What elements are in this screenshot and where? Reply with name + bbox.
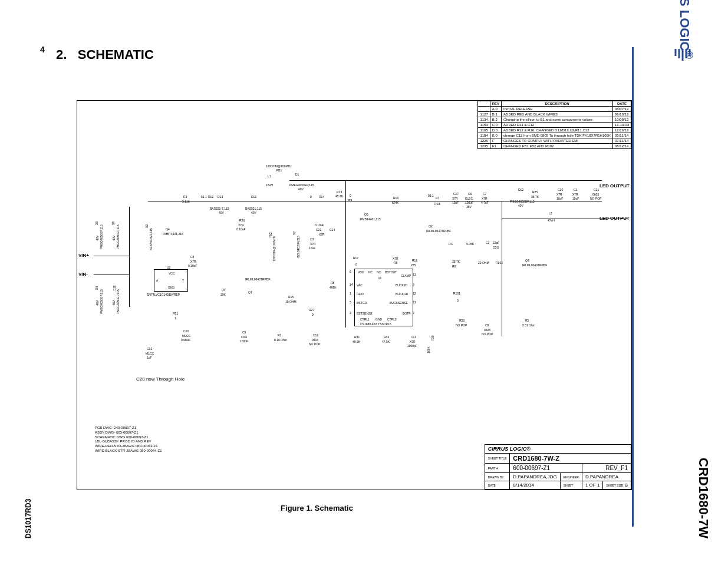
L1: L1	[268, 174, 271, 178]
U2v: SN74LVC1G14DBV/REP	[147, 293, 180, 296]
D8v: PMEG4050EP,115	[100, 224, 103, 249]
Q3: Q3	[525, 259, 529, 262]
R17: R17	[353, 256, 358, 260]
net-ledout-p: LED OUTPUT	[599, 183, 630, 189]
bom-notes: PCB DWG- 240-00697-Z1 ASSY DWG- 603-0069…	[95, 426, 162, 454]
section-title: SCHEMATIC	[78, 47, 154, 62]
C1v: X7R	[572, 193, 578, 196]
R2v: 0.51 Ohm	[522, 323, 535, 327]
C2v: 22pF	[493, 241, 499, 244]
R102: R102	[496, 261, 503, 265]
C21: C21	[316, 228, 321, 232]
R10: R10	[393, 196, 398, 200]
L2: L2	[549, 211, 552, 215]
tb-rev: REV_F1	[582, 464, 631, 473]
FB2: FB2	[269, 232, 272, 237]
C2: C2	[486, 241, 489, 244]
C9: C9	[242, 330, 246, 334]
C16: C16	[313, 333, 318, 337]
L1-val: 15uH	[266, 183, 273, 187]
C17: C17	[453, 192, 459, 196]
R9v: 0	[350, 194, 351, 197]
brand-reg: ®	[683, 51, 696, 59]
tb-title: CRD1680-7W-Z	[510, 454, 631, 464]
C1c: 10uF	[572, 197, 579, 200]
R31: R31	[354, 335, 360, 339]
R14v: 0	[310, 195, 312, 199]
R6v: 35.7K	[452, 260, 460, 263]
R30: R30	[431, 335, 434, 340]
net-vinn: VIN-	[78, 272, 88, 277]
R12v: 51.1	[201, 195, 207, 199]
D2: D2	[145, 224, 149, 228]
C10v: X7R	[556, 193, 562, 196]
C8c: NO POP	[482, 332, 493, 336]
D1-r: 40V	[298, 187, 304, 191]
U2: U2	[167, 266, 170, 269]
C21v: 0.10uF	[315, 223, 324, 227]
D10: D10	[113, 285, 116, 290]
tb-eng: D.PAPANDREA	[582, 473, 631, 481]
R32: R32	[384, 335, 389, 339]
D8r: 40V	[95, 236, 99, 241]
C9v: C0G	[241, 335, 247, 339]
D11v: BAS521,115	[245, 207, 262, 210]
page-number: 4	[40, 45, 45, 54]
R14: R14	[319, 195, 324, 199]
C16c: NO POP	[309, 342, 320, 346]
C13v: X7R	[410, 340, 416, 343]
C8: C8	[485, 323, 489, 327]
U2-y: Y	[182, 279, 184, 282]
R30v: 100K	[427, 346, 430, 353]
tb-size: B	[625, 482, 628, 488]
D1-val: PMEG4050EP,115	[289, 183, 314, 187]
Q2: Q2	[429, 224, 433, 228]
R4: R4	[222, 288, 225, 292]
R1v: 8.16 Ohm	[274, 338, 287, 342]
D13r: 40V	[219, 211, 224, 214]
R6: R6	[452, 265, 456, 268]
D6v: PMEG4050EP,115	[116, 224, 120, 249]
R25: R25	[532, 190, 538, 194]
D9: D9	[95, 286, 98, 290]
R5: R5	[394, 261, 397, 265]
R51v: 1	[174, 316, 176, 320]
R18: R18	[434, 202, 440, 206]
R51: R51	[173, 312, 178, 315]
R10v: 604K	[392, 201, 399, 204]
FB1-val: 120OHM@100MHz	[266, 164, 292, 168]
C10: C10	[558, 188, 563, 191]
D11: D11	[251, 195, 256, 199]
D2v: BZX84C8V2,115	[149, 228, 153, 250]
section-number: 2.	[56, 47, 67, 62]
net-vinp: VIN+	[78, 253, 89, 258]
C3v: X7R	[310, 242, 316, 246]
R16v: 255	[411, 263, 416, 267]
C14: C14	[330, 228, 335, 232]
tb-sheet: 1 OF 1	[582, 481, 602, 490]
R102v: 22 OHM	[478, 261, 489, 265]
C7c: 4.7uF	[481, 201, 489, 204]
D10r: 40V	[112, 300, 116, 306]
C6: C6	[468, 192, 472, 196]
C6v: ELEC	[465, 197, 473, 200]
R16: R16	[412, 259, 417, 262]
R27: R27	[309, 308, 314, 312]
D9v: PMEG4050EP,115	[100, 289, 103, 314]
C12v: MLCC	[146, 352, 154, 355]
Q5v: PMBT4401,215	[360, 217, 381, 221]
C20: C20	[183, 329, 189, 333]
U2-a: A	[156, 279, 158, 282]
R3: R3	[183, 195, 187, 199]
brand-name: CIRRUS LOGIC®	[677, 0, 696, 59]
R7v: 93.1	[428, 194, 434, 197]
tb-date: 8/14/2014	[510, 481, 560, 490]
R8: R8	[331, 281, 334, 285]
R13v: 45.7K	[335, 194, 343, 198]
C8v: 0603	[484, 328, 490, 332]
Q3v: IRLML0040TRPBF	[522, 263, 547, 267]
R15: R15	[288, 295, 294, 299]
tb-drawn: D.PAPANDREA,JDG	[510, 473, 560, 481]
C9c: 100pF	[240, 339, 248, 343]
D6: D6	[111, 222, 115, 225]
